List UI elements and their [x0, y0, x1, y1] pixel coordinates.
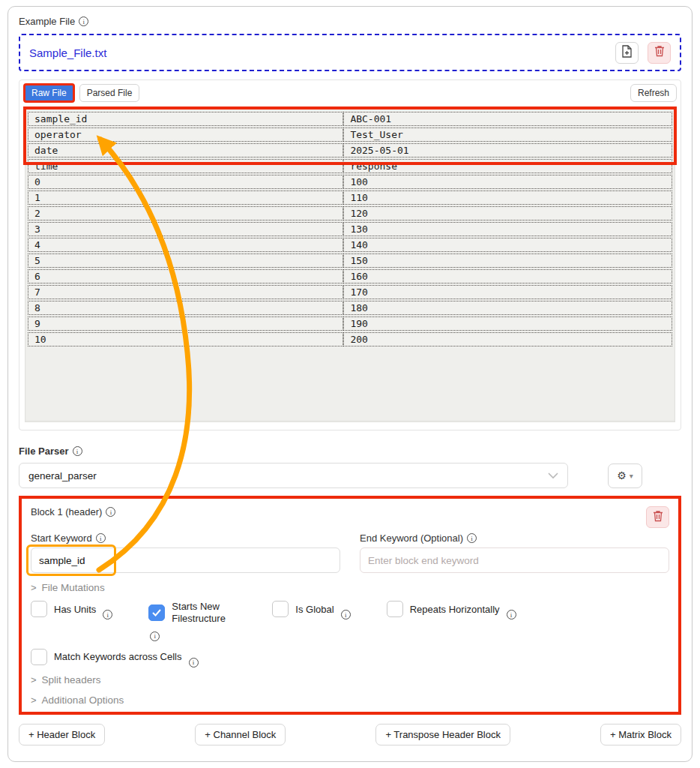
file-parser-select[interactable]: general_parser [19, 463, 568, 488]
repeats-horizontally-checkbox[interactable] [387, 601, 403, 617]
end-keyword-input[interactable] [360, 548, 669, 573]
table-cell-key[interactable]: 0 [28, 175, 343, 189]
raw-file-table: sample_idABC-001 operatorTest_User date2… [28, 110, 672, 348]
info-icon[interactable]: i [341, 610, 351, 620]
table-cell-key[interactable]: operator [28, 128, 343, 142]
table-row: 0100 [28, 175, 672, 189]
table-row: 8180 [28, 301, 672, 315]
start-keyword-label: Start Keyword [31, 532, 92, 544]
table-cell-key[interactable]: 4 [28, 238, 343, 252]
table-cell-key[interactable]: 3 [28, 222, 343, 236]
table-cell-value[interactable]: ABC-001 [343, 112, 672, 126]
start-keyword-label-row: Start Keyword i [31, 532, 340, 544]
is-global-checkbox[interactable] [272, 601, 289, 617]
end-keyword-label: End Keyword (Optional) [360, 532, 463, 544]
checkbox-group-match-keywords: Match Keywords across Cells i [31, 649, 669, 665]
file-mutations-label: File Mutations [42, 582, 105, 593]
additional-options-toggle[interactable]: > Additional Options [31, 694, 669, 706]
table-cell-key[interactable]: 6 [28, 269, 343, 284]
info-icon[interactable]: i [103, 610, 112, 620]
info-icon[interactable]: i [73, 446, 82, 456]
add-channel-block-button[interactable]: + Channel Block [195, 724, 286, 746]
example-file-label: Example File [19, 16, 75, 27]
table-cell-value[interactable]: 110 [343, 190, 672, 205]
table-cell-key[interactable]: date [28, 143, 343, 158]
match-keywords-checkbox[interactable] [31, 649, 47, 665]
table-row: date2025-05-01 [28, 143, 672, 158]
table-row: 1110 [28, 190, 672, 205]
add-block-footer: + Header Block + Channel Block + Transpo… [19, 724, 681, 746]
tab-parsed-file[interactable]: Parsed File [79, 84, 140, 102]
refresh-button[interactable]: Refresh [630, 84, 677, 102]
table-cell-value[interactable]: Test_User [343, 128, 672, 142]
table-cell-key[interactable]: 2 [28, 206, 343, 220]
info-icon[interactable]: i [189, 658, 199, 668]
trash-icon [654, 45, 665, 60]
tab-raw-file[interactable]: Raw File [23, 83, 75, 103]
table-cell-value[interactable]: 140 [343, 238, 672, 252]
file-dropzone[interactable]: Sample_File.txt [19, 34, 681, 71]
file-parser-selected: general_parser [28, 470, 97, 482]
parser-config-card: Example File i Sample_File.txt Raw File … [7, 6, 693, 762]
table-cell-value[interactable]: 150 [343, 254, 672, 268]
is-global-label: Is Global [295, 604, 334, 615]
table-cell-key[interactable]: 9 [28, 316, 343, 331]
table-cell-value[interactable]: 170 [343, 285, 672, 299]
info-icon[interactable]: i [150, 632, 160, 641]
block-title: Block 1 (header) [31, 506, 102, 518]
match-keywords-label: Match Keywords across Cells [54, 651, 182, 662]
caret-down-icon: ▾ [630, 472, 633, 480]
file-parser-row: general_parser ⚙ ▾ [19, 463, 681, 488]
add-header-block-button[interactable]: + Header Block [19, 724, 105, 746]
info-icon[interactable]: i [106, 507, 115, 517]
info-icon[interactable]: i [79, 16, 88, 26]
additional-options-label: Additional Options [42, 694, 124, 706]
starts-new-filestructure-checkbox[interactable] [148, 604, 165, 621]
viewer-tab-bar: Raw File Parsed File Refresh [23, 83, 677, 103]
file-plus-icon [621, 45, 633, 61]
add-transpose-header-block-button[interactable]: + Transpose Header Block [375, 724, 510, 746]
starts-new-filestructure-label: Starts New Filestructure [172, 601, 236, 626]
delete-block-button[interactable] [646, 506, 669, 528]
table-cell-value[interactable]: response [343, 159, 672, 173]
table-cell-key[interactable]: 5 [28, 254, 343, 268]
table-row: 2120 [28, 206, 672, 220]
chevron-right-icon: > [31, 694, 37, 706]
end-keyword-label-row: End Keyword (Optional) i [360, 532, 669, 544]
info-icon[interactable]: i [507, 610, 516, 620]
file-viewer-panel: Raw File Parsed File Refresh sample_idAB… [19, 80, 681, 430]
table-row: 10200 [28, 332, 672, 346]
table-row: 3130 [28, 222, 672, 236]
table-cell-value[interactable]: 130 [343, 222, 672, 236]
has-units-checkbox[interactable] [31, 601, 47, 617]
raw-file-table-wrap: sample_idABC-001 operatorTest_User date2… [25, 107, 675, 422]
table-cell-value[interactable]: 160 [343, 269, 672, 284]
parser-settings-button[interactable]: ⚙ ▾ [608, 464, 642, 488]
repeats-horizontally-label: Repeats Horizontally [410, 604, 500, 615]
add-matrix-block-button[interactable]: + Matrix Block [600, 724, 681, 746]
file-parser-label: File Parser [19, 446, 69, 457]
table-cell-value[interactable]: 2025-05-01 [343, 143, 672, 158]
delete-file-button[interactable] [648, 42, 671, 64]
table-cell-value[interactable]: 120 [343, 206, 672, 220]
table-cell-key[interactable]: time [28, 159, 343, 173]
table-cell-key[interactable]: 1 [28, 190, 343, 205]
table-row: 5150 [28, 254, 672, 268]
table-cell-key[interactable]: 7 [28, 285, 343, 299]
table-cell-value[interactable]: 100 [343, 175, 672, 189]
add-file-button[interactable] [615, 42, 639, 64]
table-cell-value[interactable]: 200 [343, 332, 672, 346]
file-parser-label-row: File Parser i [19, 446, 681, 457]
table-cell-key[interactable]: 10 [28, 332, 343, 346]
table-row: sample_idABC-001 [28, 112, 672, 126]
table-cell-key[interactable]: 8 [28, 301, 343, 315]
info-icon[interactable]: i [467, 533, 477, 543]
split-headers-toggle[interactable]: > Split headers [31, 674, 669, 686]
table-cell-value[interactable]: 180 [343, 301, 672, 315]
file-mutations-toggle[interactable]: > File Mutations [31, 582, 669, 593]
start-keyword-input[interactable] [31, 548, 340, 573]
table-cell-key[interactable]: sample_id [28, 112, 343, 126]
table-cell-value[interactable]: 190 [343, 316, 672, 331]
table-row: 7170 [28, 285, 672, 299]
info-icon[interactable]: i [96, 533, 106, 543]
